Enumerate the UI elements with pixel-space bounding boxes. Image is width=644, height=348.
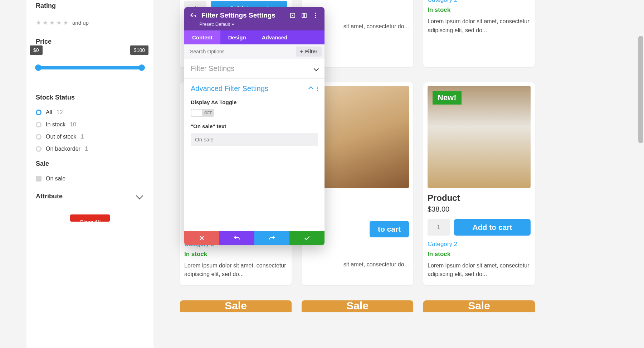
product-card: Sale	[423, 300, 535, 312]
quantity-input[interactable]	[428, 219, 450, 236]
expand-icon[interactable]	[289, 12, 296, 19]
star-icon: ★	[36, 20, 42, 26]
radio-icon	[36, 146, 42, 152]
section-title: Filter Settings	[191, 64, 234, 73]
check-icon	[304, 236, 309, 240]
sale-checkbox-row[interactable]: On sale	[36, 175, 144, 182]
tab-design[interactable]: Design	[220, 30, 254, 44]
sale-badge: Sale	[302, 300, 413, 312]
column-layout-icon[interactable]	[301, 12, 307, 19]
save-button[interactable]	[289, 231, 325, 245]
svg-point-6	[315, 17, 316, 18]
star-icon: ★	[56, 20, 62, 26]
section-advanced-filter-settings: Advanced Filter Settings Display As Togg…	[184, 79, 325, 152]
close-button[interactable]	[184, 231, 219, 245]
more-menu-icon[interactable]	[312, 12, 319, 19]
display-as-toggle-switch[interactable]: OFF	[191, 109, 214, 117]
star-icon: ★	[63, 20, 69, 26]
toggle-field-label: Display As Toggle	[191, 99, 318, 105]
and-up-label: and up	[72, 20, 89, 26]
radio-icon	[36, 122, 42, 127]
rating-heading: Rating	[36, 2, 144, 10]
stock-status: In stock	[184, 251, 287, 258]
section-title: Advanced Filter Settings	[191, 84, 268, 93]
close-icon	[200, 236, 204, 240]
add-filter-button[interactable]: Filter	[296, 47, 322, 57]
sale-heading: Sale	[36, 160, 144, 168]
sale-label: On sale	[46, 175, 65, 182]
product-description: Lorem ipsum dolor sit amet, consectetur …	[428, 17, 531, 35]
chevron-down-icon	[314, 66, 319, 71]
stock-status: In stock	[428, 251, 531, 258]
star-icon: ★	[49, 20, 55, 26]
attribute-accordion[interactable]: Attribute	[36, 193, 144, 200]
modal-header[interactable]: Filter Settings Settings Preset: Default	[184, 7, 325, 30]
toggle-state-label: OFF	[204, 111, 212, 115]
product-card: Sale	[302, 300, 413, 312]
back-icon[interactable]	[190, 12, 196, 19]
svg-point-5	[315, 15, 316, 16]
chevron-down-icon	[136, 192, 143, 199]
section-filter-settings[interactable]: Filter Settings	[184, 59, 325, 79]
svg-rect-3	[304, 13, 306, 18]
modal-title: Filter Settings Settings	[201, 11, 284, 19]
stock-option-in-stock[interactable]: In stock 10	[36, 121, 144, 128]
price-min-tag: $0	[30, 45, 43, 55]
price-range-slider[interactable]: $0 $100	[36, 58, 144, 62]
stock-option-all[interactable]: All 12	[36, 109, 144, 116]
slider-handle-max[interactable]	[138, 64, 145, 71]
scrollbar-thumb[interactable]	[638, 36, 643, 143]
svg-point-4	[315, 13, 316, 14]
add-to-cart-button[interactable]: to cart	[370, 221, 409, 237]
category-link[interactable]: Category 2	[428, 241, 531, 248]
undo-button[interactable]	[219, 231, 254, 245]
product-description: sit amet, consectetur do...	[306, 260, 409, 269]
new-badge: New!	[433, 91, 462, 105]
stock-heading: Stock Status	[36, 94, 144, 101]
slider-handle-min[interactable]	[35, 64, 42, 71]
filter-settings-modal: Filter Settings Settings Preset: Default…	[184, 7, 325, 245]
product-card: Category 2 In stock Lorem ipsum dolor si…	[423, 0, 535, 67]
caret-down-icon	[231, 24, 234, 25]
options-searchbar: Filter	[184, 44, 325, 59]
slider-track[interactable]	[37, 66, 143, 69]
redo-icon	[269, 236, 275, 241]
stock-status-list: All 12 In stock 10 Out of stock 1 On bac…	[36, 109, 144, 152]
redo-button[interactable]	[254, 231, 289, 245]
rating-stars-row[interactable]: ★ ★ ★ ★ ★ and up	[36, 20, 144, 26]
chevron-up-icon	[308, 86, 313, 91]
sale-badge: Sale	[180, 300, 292, 312]
stock-option-backorder[interactable]: On backorder 1	[36, 146, 144, 152]
tab-content[interactable]: Content	[184, 30, 220, 44]
modal-footer	[184, 231, 325, 245]
clear-all-button[interactable]: Clear All	[70, 214, 110, 222]
category-link[interactable]: Category 2	[428, 0, 531, 4]
product-title[interactable]: Product	[428, 193, 531, 203]
section-header[interactable]: Advanced Filter Settings	[191, 84, 318, 93]
stock-option-out-of-stock[interactable]: Out of stock 1	[36, 134, 144, 140]
radio-icon	[36, 110, 42, 115]
kebab-icon[interactable]	[317, 86, 318, 91]
checkbox-icon	[36, 176, 42, 182]
onsale-text-label: "On sale" text	[191, 123, 318, 129]
attribute-heading: Attribute	[36, 193, 63, 200]
search-options-input[interactable]	[190, 49, 293, 54]
onsale-text-input[interactable]	[191, 133, 318, 146]
product-description: Lorem ipsum dolor sit amet, consectetur …	[428, 261, 531, 279]
svg-point-1	[292, 15, 293, 16]
tab-advanced[interactable]: Advanced	[254, 30, 296, 44]
undo-icon	[234, 236, 240, 241]
price-max-tag: $100	[130, 45, 148, 55]
svg-rect-2	[302, 13, 304, 18]
preset-selector[interactable]: Preset: Default	[199, 21, 319, 27]
product-card: New! Product $38.00 Add to cart Category…	[423, 82, 535, 286]
add-to-cart-button[interactable]: Add to cart	[454, 219, 531, 236]
price-heading: Price	[36, 38, 144, 45]
star-icon: ★	[43, 20, 49, 26]
product-price: $38.00	[428, 205, 531, 213]
stock-status: In stock	[428, 6, 531, 14]
product-card: Sale	[180, 300, 292, 312]
modal-tabs: Content Design Advanced	[184, 30, 325, 44]
product-image[interactable]: New!	[428, 86, 531, 188]
modal-body-space	[184, 152, 325, 231]
